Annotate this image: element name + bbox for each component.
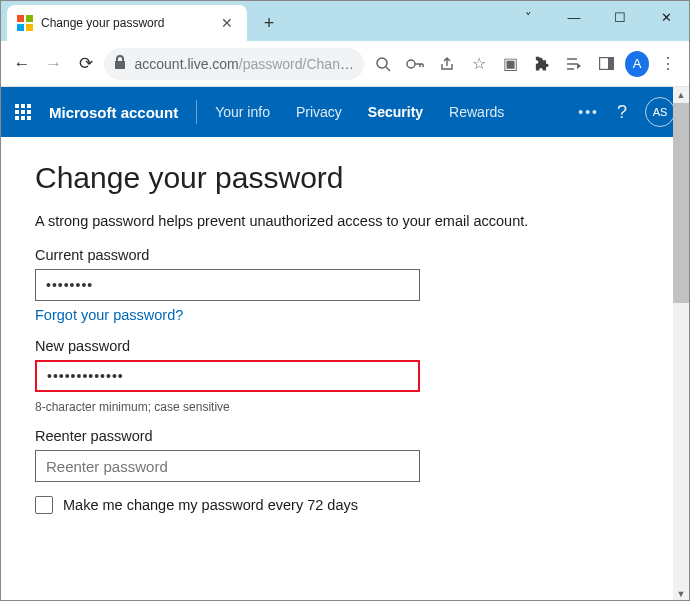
new-password-label: New password: [35, 338, 655, 354]
svg-point-2: [407, 60, 415, 68]
svg-point-0: [377, 58, 387, 68]
page-viewport: Microsoft account Your info Privacy Secu…: [1, 87, 689, 601]
main-content: Change your password A strong password h…: [1, 137, 689, 538]
brand-label[interactable]: Microsoft account: [49, 104, 178, 121]
back-button[interactable]: ←: [9, 50, 35, 78]
window-titlebar: Change your password ✕ + ˅ — ☐ ✕: [1, 1, 689, 41]
close-window-button[interactable]: ✕: [643, 1, 689, 33]
url-text: account.live.com/password/Chang…: [134, 56, 354, 72]
profile-avatar[interactable]: A: [625, 51, 649, 77]
chevron-down-icon[interactable]: ˅: [505, 1, 551, 33]
nav-your-info[interactable]: Your info: [215, 104, 270, 120]
svg-line-1: [386, 67, 390, 71]
password-hint: 8-character minimum; case sensitive: [35, 400, 655, 414]
app-launcher-icon[interactable]: [15, 104, 31, 120]
lock-icon: [114, 55, 126, 72]
nav-security[interactable]: Security: [368, 104, 423, 120]
page-title: Change your password: [35, 161, 655, 195]
bookmark-star-icon[interactable]: ☆: [466, 50, 492, 78]
forgot-password-link[interactable]: Forgot your password?: [35, 307, 183, 323]
reload-button[interactable]: ⟳: [73, 50, 99, 78]
browser-tab[interactable]: Change your password ✕: [7, 5, 247, 41]
menu-dots-icon[interactable]: ⋮: [655, 50, 681, 78]
more-nav-icon[interactable]: •••: [578, 104, 599, 120]
extensions-puzzle-icon[interactable]: [530, 50, 556, 78]
nav-rewards[interactable]: Rewards: [449, 104, 504, 120]
reenter-password-input[interactable]: Reenter password: [35, 450, 420, 482]
new-password-input[interactable]: •••••••••••••: [35, 360, 420, 392]
tab-title: Change your password: [41, 16, 217, 30]
current-password-label: Current password: [35, 247, 655, 263]
extension-square-icon[interactable]: ▣: [498, 50, 524, 78]
password-key-icon[interactable]: [402, 50, 428, 78]
microsoft-favicon: [17, 15, 33, 31]
page-description: A strong password helps prevent unauthor…: [35, 213, 655, 229]
vertical-scrollbar[interactable]: ▲ ▼: [673, 87, 689, 601]
new-tab-button[interactable]: +: [255, 9, 283, 37]
reading-list-icon[interactable]: [561, 50, 587, 78]
window-controls: ˅ — ☐ ✕: [505, 1, 689, 33]
address-bar[interactable]: account.live.com/password/Chang…: [104, 48, 364, 80]
scroll-down-arrow[interactable]: ▼: [673, 586, 689, 601]
svg-rect-10: [608, 58, 613, 69]
browser-toolbar: ← → ⟳ account.live.com/password/Chang… ☆…: [1, 41, 689, 87]
site-header: Microsoft account Your info Privacy Secu…: [1, 87, 689, 137]
help-icon[interactable]: ?: [617, 102, 627, 123]
minimize-button[interactable]: —: [551, 1, 597, 33]
scroll-thumb[interactable]: [673, 103, 689, 303]
expire-password-checkbox[interactable]: [35, 496, 53, 514]
nav-privacy[interactable]: Privacy: [296, 104, 342, 120]
divider: [196, 100, 197, 124]
account-badge[interactable]: AS: [645, 97, 675, 127]
side-panel-icon[interactable]: [593, 50, 619, 78]
search-icon[interactable]: [370, 50, 396, 78]
close-tab-icon[interactable]: ✕: [217, 15, 237, 31]
scroll-up-arrow[interactable]: ▲: [673, 87, 689, 103]
primary-nav: Your info Privacy Security Rewards: [215, 104, 504, 120]
maximize-button[interactable]: ☐: [597, 1, 643, 33]
share-icon[interactable]: [434, 50, 460, 78]
forward-button[interactable]: →: [41, 50, 67, 78]
reenter-password-label: Reenter password: [35, 428, 655, 444]
expire-password-label: Make me change my password every 72 days: [63, 497, 358, 513]
current-password-input[interactable]: ••••••••: [35, 269, 420, 301]
